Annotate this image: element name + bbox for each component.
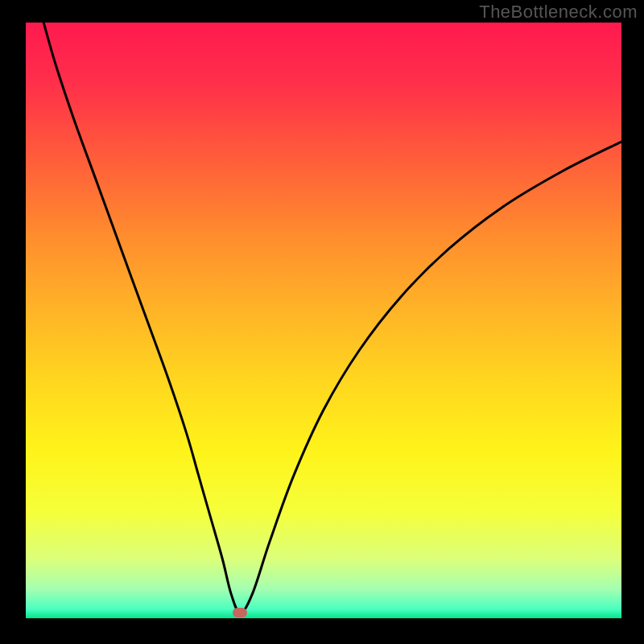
optimal-point-marker (233, 608, 247, 617)
svg-rect-0 (26, 23, 621, 618)
chart-background-gradient (26, 23, 621, 618)
watermark-text: TheBottleneck.com (479, 2, 638, 23)
chart-frame (26, 23, 621, 618)
